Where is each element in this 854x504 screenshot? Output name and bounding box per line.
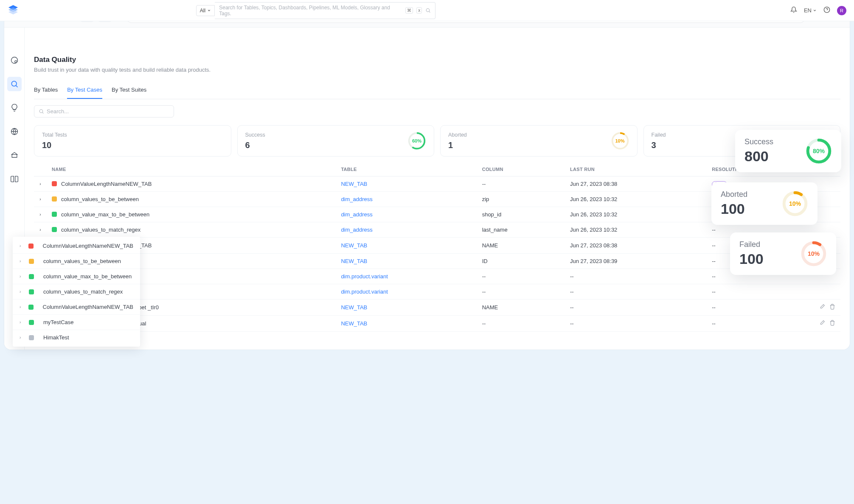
- list-item[interactable]: ›ColumnValueLengthNameNEW_TAB: [13, 300, 140, 315]
- table-row[interactable]: › FAB_table_row_count_to_equal NEW_TAB -…: [34, 316, 840, 332]
- edit-icon[interactable]: [819, 304, 825, 311]
- list-item[interactable]: ›ColumnValueLengthNameNEW_TAB: [13, 238, 140, 254]
- list-item[interactable]: ›column_values_to_be_between: [13, 254, 140, 269]
- cell-lastrun: Jun 27, 2023 08:39: [565, 254, 707, 269]
- list-item[interactable]: ›column_value_max_to_be_between: [13, 269, 140, 284]
- cell-table[interactable]: NEW_TAB: [336, 176, 477, 192]
- cell-table[interactable]: dim_address: [336, 192, 477, 207]
- cell-column: --: [477, 284, 565, 300]
- search-tests-placeholder: Search...: [47, 108, 69, 115]
- cell-resolution: --: [707, 316, 811, 332]
- nav-explore-icon[interactable]: [7, 53, 22, 67]
- expand-row-icon[interactable]: ›: [34, 176, 47, 192]
- table-row[interactable]: › ColumnValueLengthNameNEW_TAB NEW_TAB N…: [34, 238, 840, 254]
- list-item-label: column_values_to_be_between: [43, 258, 121, 264]
- nav-quality-icon[interactable]: [7, 77, 22, 91]
- cell-table[interactable]: NEW_TAB: [336, 300, 477, 316]
- chevron-right-icon: ›: [20, 274, 24, 279]
- table-row[interactable]: › ıkTest2 dim.product.variant -- -- --: [34, 284, 840, 300]
- cell-column: --: [477, 269, 565, 284]
- delete-icon[interactable]: [829, 304, 835, 311]
- svg-line-6: [429, 11, 430, 12]
- expand-row-icon[interactable]: ›: [34, 222, 47, 238]
- list-item-label: myTestCase: [43, 319, 74, 325]
- user-avatar[interactable]: R: [837, 6, 846, 15]
- svg-point-5: [426, 8, 430, 12]
- nav-globe-icon[interactable]: [7, 124, 22, 139]
- stat-success: Success6 60%: [237, 125, 435, 157]
- nav-governance-icon[interactable]: [7, 148, 22, 162]
- expand-row-icon[interactable]: ›: [34, 192, 47, 207]
- cell-table[interactable]: dim.product.variant: [336, 284, 477, 300]
- app-logo-icon[interactable]: [8, 4, 19, 17]
- status-dot-icon: [52, 212, 57, 217]
- chevron-right-icon: ›: [20, 289, 24, 294]
- cell-table[interactable]: NEW_TAB: [336, 238, 477, 254]
- cell-lastrun: --: [565, 269, 707, 284]
- list-item[interactable]: ›HimakTest: [13, 330, 140, 345]
- svg-line-12: [16, 86, 17, 87]
- success-ring-icon: 60%: [407, 132, 426, 150]
- floating-card-failed: Failed100 10%: [730, 232, 836, 275]
- table-row[interactable]: › dim.product.variant -- -- --: [34, 269, 840, 284]
- kbd-cmd: ⌘: [405, 7, 413, 14]
- tab-by-test-cases[interactable]: By Test Cases: [67, 83, 102, 99]
- status-dot-icon: [52, 227, 57, 232]
- col-table: TABLE: [336, 162, 477, 176]
- chevron-right-icon: ›: [20, 320, 24, 325]
- col-column: COLUMN: [477, 162, 565, 176]
- search-icon: [425, 8, 431, 13]
- table-row[interactable]: › _column_value_max_to_be_bet _tIr0 NEW_…: [34, 300, 840, 316]
- search-filter-select[interactable]: All: [196, 5, 215, 16]
- tab-by-tables[interactable]: By Tables: [34, 83, 58, 99]
- nav-glossary-icon[interactable]: [7, 172, 22, 186]
- status-dot-icon: [52, 181, 57, 186]
- tabs: By Tables By Test Cases By Test Suites: [34, 83, 840, 99]
- col-lastrun: LAST RUN: [565, 162, 707, 176]
- cell-table[interactable]: dim_address: [336, 222, 477, 238]
- cell-column: --: [477, 316, 565, 332]
- cell-table[interactable]: dim_address: [336, 207, 477, 222]
- search-placeholder: Search for Tables, Topics, Dashboards, P…: [219, 5, 402, 17]
- delete-icon[interactable]: [829, 320, 835, 327]
- cell-name: ColumnValueLengthNameNEW_TAB: [47, 176, 336, 192]
- cell-table[interactable]: dim.product.variant: [336, 269, 477, 284]
- list-item[interactable]: ›myTestCase: [13, 315, 140, 330]
- search-tests-input[interactable]: Search...: [34, 105, 174, 118]
- expand-row-icon[interactable]: ›: [34, 207, 47, 222]
- help-icon[interactable]: [823, 6, 830, 14]
- cell-lastrun: Jun 26, 2023 10:32: [565, 222, 707, 238]
- cell-lastrun: Jun 27, 2023 08:38: [565, 176, 707, 192]
- notifications-icon[interactable]: [790, 6, 797, 14]
- cell-lastrun: Jun 27, 2023 08:38: [565, 238, 707, 254]
- failed-ring-icon: 10%: [801, 241, 827, 267]
- cell-lastrun: Jun 26, 2023 10:32: [565, 192, 707, 207]
- cell-lastrun: --: [565, 300, 707, 316]
- chevron-right-icon: ›: [20, 335, 24, 340]
- cell-resolution: --: [707, 300, 811, 316]
- status-dot-icon: [29, 320, 34, 325]
- floating-test-list: ›ColumnValueLengthNameNEW_TAB›column_val…: [13, 237, 140, 347]
- stat-total-tests: Total Tests10: [34, 125, 231, 157]
- floating-card-aborted: Aborted100 10%: [711, 182, 817, 225]
- list-item[interactable]: ›column_values_to_match_regex: [13, 284, 140, 300]
- cell-name: column_value_max_to_be_between: [47, 207, 336, 222]
- cell-lastrun: --: [565, 284, 707, 300]
- list-item-label: ColumnValueLengthNameNEW_TAB: [43, 304, 133, 310]
- table-row[interactable]: › myTestCase NEW_TAB ID Jun 27, 2023 08:…: [34, 254, 840, 269]
- aborted-ring-icon: 10%: [611, 132, 629, 150]
- nav-insights-icon[interactable]: [7, 101, 22, 115]
- status-dot-icon: [52, 196, 57, 202]
- edit-icon[interactable]: [819, 320, 825, 327]
- cell-table[interactable]: NEW_TAB: [336, 254, 477, 269]
- list-item-label: column_values_to_match_regex: [43, 288, 123, 295]
- cell-table[interactable]: NEW_TAB: [336, 316, 477, 332]
- cell-lastrun: Jun 26, 2023 10:32: [565, 207, 707, 222]
- search-filter-label: All: [200, 8, 205, 14]
- status-dot-icon: [28, 244, 33, 249]
- status-dot-icon: [29, 289, 34, 294]
- global-search-input[interactable]: Search for Tables, Topics, Dashboards, P…: [215, 4, 435, 19]
- language-select[interactable]: EN: [804, 7, 817, 14]
- tab-by-test-suites[interactable]: By Test Suites: [112, 83, 146, 99]
- chevron-right-icon: ›: [20, 259, 24, 263]
